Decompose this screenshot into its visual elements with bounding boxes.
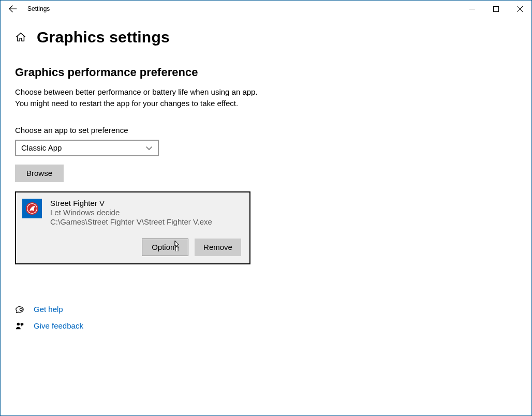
game-app-icon — [25, 201, 39, 216]
help-icon — [15, 305, 24, 314]
svg-rect-0 — [493, 6, 498, 11]
app-entry-card: Street Fighter V Let Windows decide C:\G… — [15, 191, 250, 264]
give-feedback-link[interactable]: Give feedback — [34, 321, 83, 330]
give-feedback-row: Give feedback — [15, 321, 517, 331]
caption-buttons — [460, 1, 531, 17]
minimize-icon — [469, 6, 475, 12]
titlebar: Settings — [1, 1, 531, 17]
page-title: Graphics settings — [37, 28, 170, 46]
window-title: Settings — [25, 5, 50, 12]
app-type-select[interactable]: Classic App — [15, 140, 159, 156]
footer-links: Get help Give feedback — [15, 305, 517, 331]
home-icon[interactable] — [15, 32, 26, 43]
arrow-left-icon — [9, 5, 17, 13]
get-help-row: Get help — [15, 305, 517, 314]
section-description: Choose between better performance or bat… — [15, 86, 517, 109]
options-button[interactable]: Options — [142, 239, 188, 256]
minimize-button[interactable] — [460, 1, 484, 17]
app-icon — [22, 199, 42, 218]
close-icon — [517, 6, 523, 12]
svg-point-4 — [17, 322, 20, 325]
back-button[interactable] — [1, 1, 25, 17]
app-preference: Let Windows decide — [50, 208, 212, 217]
svg-point-3 — [20, 308, 22, 310]
desc-line-2: You might need to restart the app for yo… — [15, 99, 238, 108]
section-heading: Graphics performance preference — [15, 66, 517, 79]
app-meta: Street Fighter V Let Windows decide C:\G… — [50, 199, 212, 226]
app-entry-row: Street Fighter V Let Windows decide C:\G… — [22, 199, 243, 226]
maximize-icon — [493, 6, 499, 12]
app-name: Street Fighter V — [50, 199, 212, 207]
close-button[interactable] — [508, 1, 531, 17]
app-path: C:\Games\Street Fighter V\Street Fighter… — [50, 217, 212, 226]
page-header: Graphics settings — [15, 28, 517, 46]
browse-button[interactable]: Browse — [15, 165, 64, 182]
app-card-actions: Options Remove — [22, 239, 243, 256]
feedback-icon — [15, 321, 24, 331]
desc-line-1: Choose between better performance or bat… — [15, 87, 258, 96]
svg-rect-5 — [21, 323, 23, 325]
maximize-button[interactable] — [484, 1, 508, 17]
remove-button[interactable]: Remove — [195, 239, 241, 256]
app-type-selected-value: Classic App — [21, 143, 62, 152]
choose-app-label: Choose an app to set preference — [15, 126, 517, 135]
get-help-link[interactable]: Get help — [34, 305, 63, 314]
page-content: Graphics settings Graphics performance p… — [1, 17, 531, 331]
chevron-down-icon — [145, 144, 153, 152]
